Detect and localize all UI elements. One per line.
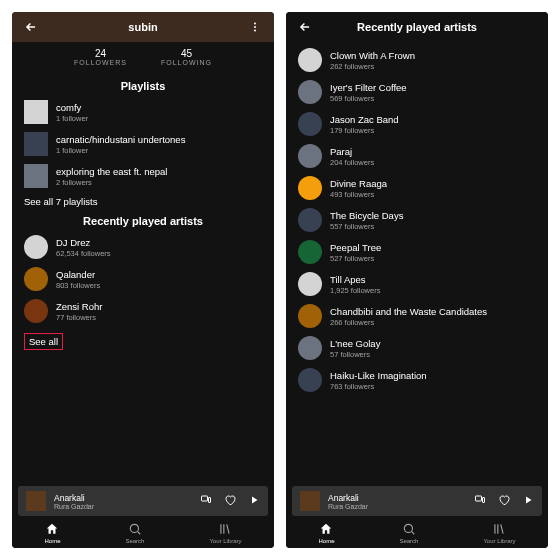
nav-home[interactable]: Home — [318, 522, 334, 544]
artists-list: Clown With A Frown262 followers Iyer's F… — [286, 42, 548, 480]
nav-search[interactable]: Search — [125, 522, 144, 544]
artist-name: Zensi Rohr — [56, 301, 102, 312]
track-title: Anarkali — [54, 493, 188, 503]
followers-stat[interactable]: 24 FOLLOWERS — [74, 48, 127, 66]
devices-icon[interactable] — [474, 494, 486, 508]
artist-row[interactable]: DJ Drez 62,534 followers — [24, 235, 262, 259]
artist-row[interactable]: The Bicycle Days557 followers — [298, 208, 536, 232]
artist-row[interactable]: Divine Raaga493 followers — [298, 176, 536, 200]
bottom-nav: Home Search Your Library — [12, 516, 274, 548]
back-icon[interactable] — [298, 20, 312, 34]
artist-avatar — [298, 112, 322, 136]
nav-label: Home — [318, 538, 334, 544]
more-icon[interactable] — [248, 20, 262, 34]
artist-name: Qalander — [56, 269, 100, 280]
artist-name: The Bicycle Days — [330, 210, 403, 221]
playlist-art — [24, 132, 48, 156]
artist-avatar — [24, 267, 48, 291]
playlist-sub: 2 followers — [56, 178, 167, 187]
artist-sub: 62,534 followers — [56, 249, 111, 258]
artist-row[interactable]: Paraj204 followers — [298, 144, 536, 168]
nav-label: Search — [399, 538, 418, 544]
artist-name: Clown With A Frown — [330, 50, 415, 61]
header: Recently played artists — [286, 12, 548, 42]
home-icon — [45, 522, 59, 536]
svg-point-8 — [404, 524, 412, 532]
nav-label: Your Library — [483, 538, 515, 544]
page-title: Recently played artists — [357, 21, 477, 33]
artist-sub: 179 followers — [330, 126, 399, 135]
artists-heading: Recently played artists — [24, 215, 262, 227]
library-icon — [492, 522, 506, 536]
playlist-name: exploring the east ft. nepal — [56, 166, 167, 177]
artist-name: DJ Drez — [56, 237, 111, 248]
search-icon — [402, 522, 416, 536]
nav-library[interactable]: Your Library — [209, 522, 241, 544]
nav-home[interactable]: Home — [44, 522, 60, 544]
svg-rect-4 — [209, 498, 211, 503]
playlist-row[interactable]: exploring the east ft. nepal 2 followers — [24, 164, 262, 188]
now-playing-bar[interactable]: Anarkali Rura Gazdar — [292, 486, 542, 516]
artist-name: Haiku-Like Imagination — [330, 370, 427, 381]
see-all-artists-link[interactable]: See all — [24, 333, 63, 350]
artist-name: Iyer's Filter Coffee — [330, 82, 407, 93]
svg-point-0 — [254, 23, 256, 25]
artist-name: Divine Raaga — [330, 178, 387, 189]
artist-avatar — [298, 336, 322, 360]
artist-row[interactable]: Clown With A Frown262 followers — [298, 48, 536, 72]
artist-row[interactable]: Chandbibi and the Waste Candidates266 fo… — [298, 304, 536, 328]
devices-icon[interactable] — [200, 494, 212, 508]
artist-avatar — [298, 176, 322, 200]
artist-sub: 527 followers — [330, 254, 381, 263]
artist-name: Chandbibi and the Waste Candidates — [330, 306, 487, 317]
following-count: 45 — [161, 48, 212, 59]
playlist-sub: 1 follower — [56, 146, 185, 155]
artists-screen: Recently played artists Clown With A Fro… — [286, 12, 548, 548]
bottom-nav: Home Search Your Library — [286, 516, 548, 548]
heart-icon[interactable] — [224, 494, 236, 508]
followers-label: FOLLOWERS — [74, 59, 127, 66]
artist-sub: 803 followers — [56, 281, 100, 290]
artist-avatar — [298, 48, 322, 72]
back-icon[interactable] — [24, 20, 38, 34]
artist-sub: 569 followers — [330, 94, 407, 103]
home-icon — [319, 522, 333, 536]
artist-sub: 266 followers — [330, 318, 487, 327]
profile-body: Playlists comfy 1 follower carnatic/hind… — [12, 74, 274, 480]
nav-search[interactable]: Search — [399, 522, 418, 544]
see-all-playlists-link[interactable]: See all 7 playlists — [24, 196, 262, 207]
artist-name: Jason Zac Band — [330, 114, 399, 125]
playlist-art — [24, 100, 48, 124]
following-stat[interactable]: 45 FOLLOWING — [161, 48, 212, 66]
artist-row[interactable]: Jason Zac Band179 followers — [298, 112, 536, 136]
artist-sub: 57 followers — [330, 350, 380, 359]
playlist-art — [24, 164, 48, 188]
artist-avatar — [298, 368, 322, 392]
artist-name: Peepal Tree — [330, 242, 381, 253]
following-label: FOLLOWING — [161, 59, 212, 66]
artist-row[interactable]: Qalander 803 followers — [24, 267, 262, 291]
heart-icon[interactable] — [498, 494, 510, 508]
artist-sub: 493 followers — [330, 190, 387, 199]
artist-avatar — [298, 240, 322, 264]
artist-row[interactable]: Zensi Rohr 77 followers — [24, 299, 262, 323]
playlists-heading: Playlists — [24, 80, 262, 92]
artist-row[interactable]: Haiku-Like Imagination763 followers — [298, 368, 536, 392]
nav-library[interactable]: Your Library — [483, 522, 515, 544]
artist-name: Till Apes — [330, 274, 380, 285]
artist-avatar — [298, 304, 322, 328]
artist-row[interactable]: Till Apes1,925 followers — [298, 272, 536, 296]
artist-row[interactable]: Iyer's Filter Coffee569 followers — [298, 80, 536, 104]
playlist-row[interactable]: comfy 1 follower — [24, 100, 262, 124]
artist-sub: 204 followers — [330, 158, 374, 167]
track-title: Anarkali — [328, 493, 462, 503]
artist-row[interactable]: L'nee Golay57 followers — [298, 336, 536, 360]
artist-sub: 262 followers — [330, 62, 415, 71]
artist-row[interactable]: Peepal Tree527 followers — [298, 240, 536, 264]
play-icon[interactable] — [248, 494, 260, 508]
playlist-row[interactable]: carnatic/hindustani undertones 1 followe… — [24, 132, 262, 156]
now-playing-bar[interactable]: Anarkali Rura Gazdar — [18, 486, 268, 516]
play-icon[interactable] — [522, 494, 534, 508]
svg-rect-3 — [202, 496, 208, 501]
page-title: subin — [128, 21, 157, 33]
